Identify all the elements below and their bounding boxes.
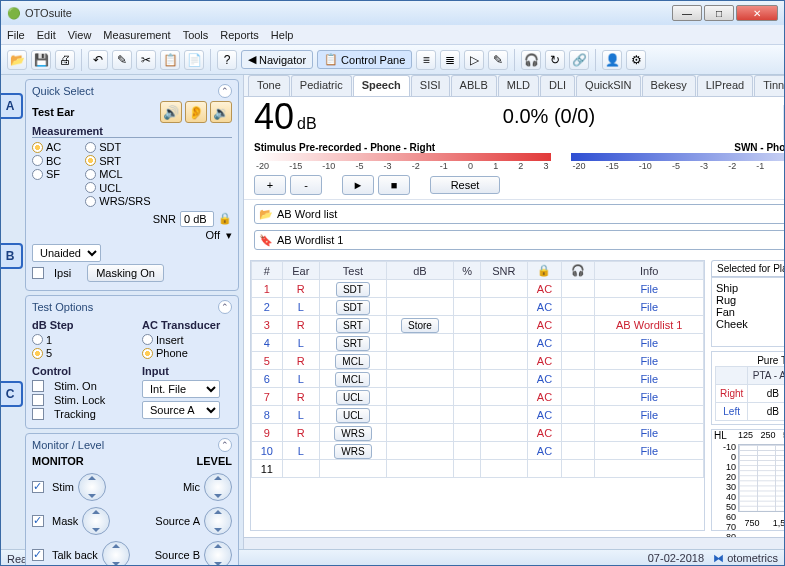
copy-icon[interactable]: 📋	[160, 50, 180, 70]
tab-sisi[interactable]: SISI	[411, 75, 450, 96]
tab-speech[interactable]: Speech	[353, 75, 410, 96]
tab-dli[interactable]: DLI	[540, 75, 575, 96]
maximize-button[interactable]: □	[704, 5, 734, 21]
test-wrs-button[interactable]: WRS	[334, 426, 371, 441]
word-item[interactable]: Ship	[716, 282, 785, 294]
menu-reports[interactable]: Reports	[220, 29, 259, 41]
monitor-knob[interactable]	[78, 473, 106, 501]
monitor-talk-back-checkbox[interactable]	[32, 549, 44, 561]
test-sdt-button[interactable]: SDT	[336, 282, 370, 297]
tab-tone[interactable]: Tone	[248, 75, 290, 96]
level-knob[interactable]	[204, 473, 232, 501]
stop-button[interactable]: ■	[378, 175, 410, 195]
meas-sf-radio[interactable]: SF	[32, 168, 60, 180]
ear-right-icon[interactable]: 🔊	[160, 101, 182, 123]
table-row[interactable]: 6LMCLACFile	[252, 370, 704, 388]
horizontal-scrollbar[interactable]	[244, 537, 785, 549]
table-row[interactable]: 10LWRSACFile	[252, 442, 704, 460]
close-button[interactable]: ✕	[736, 5, 778, 21]
table-row[interactable]: 9RWRSACFile	[252, 424, 704, 442]
cut-icon[interactable]: ✂	[136, 50, 156, 70]
save-icon[interactable]: 💾	[31, 50, 51, 70]
monitor-stim-checkbox[interactable]	[32, 481, 44, 493]
monitor-knob[interactable]	[102, 541, 130, 567]
insert-radio[interactable]: Insert	[142, 334, 184, 346]
wordlist-folder[interactable]: 📂 AB Word list▾	[254, 204, 785, 224]
phone-radio[interactable]: Phone	[142, 347, 188, 359]
redo-icon[interactable]: ✎	[112, 50, 132, 70]
link-icon[interactable]: 🔗	[569, 50, 589, 70]
menu-file[interactable]: File	[7, 29, 25, 41]
tracking-checkbox[interactable]	[32, 408, 44, 420]
sync-icon[interactable]: ↻	[545, 50, 565, 70]
wordlist-select[interactable]: 🔖 AB Wordlist 1▾	[254, 230, 785, 250]
menu-edit[interactable]: Edit	[37, 29, 56, 41]
word-item[interactable]: Rug	[716, 294, 785, 306]
input-select[interactable]: Int. File	[142, 380, 220, 398]
meas-ac-radio[interactable]: AC	[32, 141, 61, 153]
monitor-knob[interactable]	[82, 507, 110, 535]
minimize-button[interactable]: —	[672, 5, 702, 21]
store-button[interactable]: Store	[401, 318, 439, 333]
snr-input[interactable]	[180, 211, 214, 227]
open-icon[interactable]: 📂	[7, 50, 27, 70]
test-ucl-button[interactable]: UCL	[336, 408, 370, 423]
ipsi-checkbox[interactable]	[32, 267, 44, 279]
test-mcl-button[interactable]: MCL	[335, 372, 370, 387]
menu-tools[interactable]: Tools	[183, 29, 209, 41]
tab-mld[interactable]: MLD	[498, 75, 539, 96]
paste-icon[interactable]: 📄	[184, 50, 204, 70]
pref-icon[interactable]: ⚙	[626, 50, 646, 70]
headset-icon[interactable]: 🎧	[521, 50, 541, 70]
table-row[interactable]: 2LSDTACFile	[252, 298, 704, 316]
tool-icon[interactable]: ≡	[416, 50, 436, 70]
word-item[interactable]: Cheek	[716, 318, 785, 330]
undo-icon[interactable]: ↶	[88, 50, 108, 70]
table-row[interactable]: 7RUCLACFile	[252, 388, 704, 406]
tab-tinnitus[interactable]: Tinnitus	[754, 75, 785, 96]
tool2-icon[interactable]: ≣	[440, 50, 460, 70]
collapse-icon[interactable]: ⌃	[218, 84, 232, 98]
test-wrs-button[interactable]: WRS	[334, 444, 371, 459]
table-row[interactable]: 3RSRTStoreACAB Wordlist 1	[252, 316, 704, 334]
menu-measurement[interactable]: Measurement	[103, 29, 170, 41]
table-row[interactable]: 8LUCLACFile	[252, 406, 704, 424]
level-knob[interactable]	[204, 541, 232, 567]
navigator-button[interactable]: ◀ Navigator	[241, 50, 313, 69]
tab-quicksin[interactable]: QuickSIN	[576, 75, 640, 96]
table-row[interactable]: 11	[252, 460, 704, 478]
test-srt-button[interactable]: SRT	[336, 318, 370, 333]
collapse-icon[interactable]: ⌃	[218, 438, 232, 452]
help-icon[interactable]: ?	[217, 50, 237, 70]
collapse-icon[interactable]: ⌃	[218, 300, 232, 314]
tab-bekesy[interactable]: Bekesy	[642, 75, 696, 96]
test-mcl-button[interactable]: MCL	[335, 354, 370, 369]
meas-sdt-radio[interactable]: SDT	[85, 141, 121, 153]
table-row[interactable]: 4LSRTACFile	[252, 334, 704, 352]
user-icon[interactable]: 👤	[602, 50, 622, 70]
meas-wrs-srs-radio[interactable]: WRS/SRS	[85, 195, 150, 207]
stim-lock-checkbox[interactable]	[32, 394, 44, 406]
meas-ucl-radio[interactable]: UCL	[85, 182, 121, 194]
table-row[interactable]: 1RSDTACFile	[252, 280, 704, 298]
plus-button[interactable]: +	[254, 175, 286, 195]
test-srt-button[interactable]: SRT	[336, 336, 370, 351]
rtab-0[interactable]: Selected for Play	[711, 260, 785, 276]
minus-button[interactable]: -	[290, 175, 322, 195]
edit-icon[interactable]: ✎	[488, 50, 508, 70]
step-1-radio[interactable]: 1	[32, 334, 52, 346]
menu-help[interactable]: Help	[271, 29, 294, 41]
meas-mcl-radio[interactable]: MCL	[85, 168, 122, 180]
word-item[interactable]: Fan	[716, 306, 785, 318]
print-icon[interactable]: 🖨	[55, 50, 75, 70]
ear-both-icon[interactable]: 👂	[185, 101, 207, 123]
aided-select[interactable]: Unaided	[32, 244, 101, 262]
test-sdt-button[interactable]: SDT	[336, 300, 370, 315]
tool3-icon[interactable]: ▷	[464, 50, 484, 70]
masking-button[interactable]: Masking On	[87, 264, 164, 282]
source-select[interactable]: Source A	[142, 401, 220, 419]
meas-srt-radio[interactable]: SRT	[85, 155, 121, 167]
test-ucl-button[interactable]: UCL	[336, 390, 370, 405]
tab-lipread[interactable]: LIPread	[697, 75, 754, 96]
table-row[interactable]: 5RMCLACFile	[252, 352, 704, 370]
